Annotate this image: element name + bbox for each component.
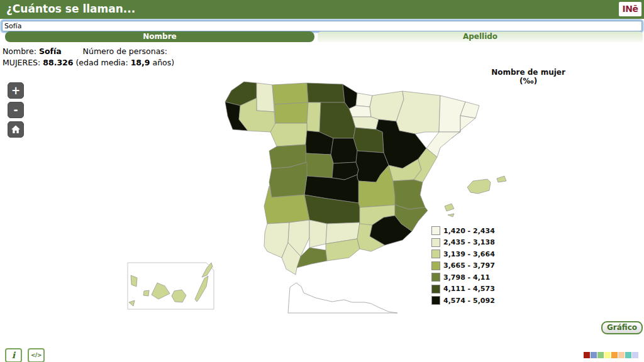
- province-alava[interactable]: [349, 106, 371, 117]
- search-input[interactable]: [2, 21, 642, 31]
- legend-swatch: [431, 285, 440, 293]
- count-value: 88.326: [43, 58, 73, 67]
- palette-swatch: [625, 352, 631, 358]
- legend-label: 2,435 - 3,138: [443, 238, 495, 246]
- province-lugo[interactable]: [257, 83, 274, 112]
- legend-label: 3,139 - 3,664: [443, 250, 495, 258]
- province-lagomera[interactable]: [143, 290, 149, 296]
- home-icon: [11, 124, 21, 134]
- name-label: Nombre:: [3, 47, 36, 56]
- province-segovia[interactable]: [331, 138, 357, 163]
- province-mallorca[interactable]: [467, 179, 491, 194]
- tab-apellido[interactable]: Apellido: [318, 31, 643, 42]
- province-lapalma[interactable]: [131, 275, 137, 287]
- result-line-name: Nombre: Sofía Número de personas:: [3, 47, 167, 56]
- legend-label: 3,665 - 3,797: [443, 261, 495, 270]
- zoom-in-button[interactable]: +: [8, 82, 24, 99]
- legend-label: 4,111 - 4,573: [443, 285, 495, 293]
- legend-row: 2,435 - 3,138: [431, 237, 495, 249]
- grafico-button[interactable]: Gráfico: [601, 321, 643, 334]
- legend-swatch: [431, 238, 440, 247]
- legend-swatch: [431, 273, 440, 282]
- province-tenerife[interactable]: [152, 283, 170, 299]
- province-avila[interactable]: [306, 153, 333, 178]
- legend-row: 3,139 - 3,664: [431, 248, 495, 260]
- legend-label: 1,420 - 2,434: [443, 227, 495, 235]
- palette-swatch: [611, 352, 618, 358]
- province-palencia[interactable]: [307, 102, 321, 132]
- province-zamora[interactable]: [270, 123, 307, 146]
- count-label: Número de personas:: [83, 47, 167, 56]
- province-ibiza[interactable]: [445, 204, 454, 211]
- ine-logo[interactable]: INē: [619, 2, 641, 16]
- app-window: ¿Cuántos se llaman... INē Nombre Apellid…: [0, 0, 644, 362]
- province-leon[interactable]: [274, 102, 308, 123]
- page-title: ¿Cuántos se llaman...: [6, 3, 135, 15]
- province-valencia[interactable]: [393, 180, 425, 209]
- legend-row: 4,111 - 4,573: [431, 283, 495, 295]
- legend-swatch: [431, 296, 440, 305]
- province-cantabria[interactable]: [307, 83, 345, 102]
- palette-swatch: [632, 352, 638, 358]
- province-menorca[interactable]: [497, 176, 506, 182]
- province-formentera[interactable]: [448, 214, 454, 217]
- palette-swatch: [591, 352, 597, 358]
- home-button[interactable]: [8, 121, 24, 138]
- tab-nombre[interactable]: Nombre: [5, 31, 314, 42]
- africa-coastline: [288, 283, 397, 313]
- legend-row: 3,665 - 3,797: [431, 260, 495, 272]
- header-bar: ¿Cuántos se llaman... INē: [0, 0, 644, 19]
- palette-swatch: [618, 352, 625, 358]
- name-value: Sofía: [39, 47, 62, 56]
- legend-swatch: [431, 250, 440, 258]
- palette-swatch: [604, 352, 611, 358]
- province-asturias[interactable]: [272, 83, 308, 104]
- province-lanzarote[interactable]: [202, 263, 213, 277]
- palette-swatch: [584, 352, 590, 358]
- canary-islands: [129, 263, 213, 306]
- legend-row: 4,574 - 5,092: [431, 295, 495, 307]
- color-palette-strip: [583, 352, 638, 358]
- province-gipuzkoa[interactable]: [356, 93, 372, 107]
- palette-swatch: [597, 352, 604, 358]
- province-elhierro[interactable]: [129, 300, 135, 306]
- info-button[interactable]: i: [5, 348, 22, 362]
- zoom-out-button[interactable]: -: [8, 102, 24, 118]
- legend-row: 1,420 - 2,434: [431, 225, 495, 237]
- legend-row: 3,798 - 4,11: [431, 272, 495, 283]
- province-fuerteventura[interactable]: [195, 276, 208, 302]
- legend-label: 3,798 - 4,11: [443, 273, 490, 282]
- province-soria[interactable]: [353, 128, 384, 153]
- sex-label: MUJERES:: [3, 58, 40, 67]
- province-grancanaria[interactable]: [172, 290, 186, 302]
- legend-label: 4,574 - 5,092: [443, 297, 495, 305]
- province-cordoba[interactable]: [309, 220, 327, 248]
- legend-swatch: [431, 226, 440, 235]
- embed-code-button[interactable]: </>: [28, 348, 45, 362]
- map-legend: 1,420 - 2,4342,435 - 3,1383,139 - 3,6643…: [431, 225, 495, 307]
- legend-swatch: [431, 261, 440, 270]
